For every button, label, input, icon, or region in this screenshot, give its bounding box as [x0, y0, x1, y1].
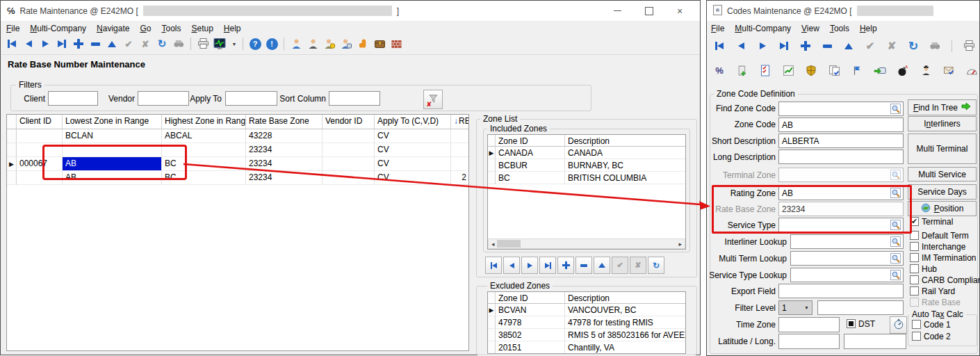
last-record-icon[interactable] [55, 37, 69, 51]
find-zone-code-input[interactable] [778, 102, 904, 116]
copy-check-icon[interactable] [827, 63, 841, 77]
vendor-icon[interactable] [306, 37, 320, 51]
delete-record-icon[interactable] [88, 37, 102, 51]
short-description-input[interactable]: ALBERTA [778, 134, 904, 148]
col-zone-id[interactable]: Zone ID [496, 292, 565, 304]
long-description-input[interactable] [778, 149, 904, 164]
maximize-icon[interactable] [645, 7, 653, 15]
right-titlebar[interactable]: Codes Maintenance @ E242MO [ [707, 1, 979, 21]
list-item[interactable]: 38502 RMIS 5 of 385023166 for AVEEXP [488, 329, 685, 341]
menu-navigate[interactable]: Navigate [97, 24, 129, 33]
position-button[interactable]: Position [908, 201, 977, 216]
time-zone-input[interactable] [778, 317, 840, 332]
next-record-icon[interactable] [38, 37, 52, 51]
flag-icon[interactable] [850, 63, 864, 77]
col-zone-id[interactable]: Zone ID [496, 135, 565, 147]
menu-file[interactable]: File [6, 24, 19, 33]
service-type-input[interactable] [778, 218, 904, 232]
find-in-tree-button[interactable]: Find In Tree [908, 99, 977, 115]
scroll-left-icon[interactable]: ◂ [491, 241, 495, 248]
last-record-icon[interactable] [777, 39, 791, 53]
service-days-button[interactable]: Service Days [908, 184, 977, 200]
customer-icon[interactable] [289, 37, 303, 51]
service-type-lookup-lookup-icon[interactable] [890, 270, 901, 280]
col-client-id[interactable]: Client ID [17, 115, 63, 129]
print-icon[interactable] [962, 39, 976, 53]
col-vendor-id[interactable]: Vendor ID [322, 115, 375, 129]
col-rbn[interactable]: ↓RBN [451, 115, 469, 129]
list-item[interactable]: 20151 Chantilly, VA [488, 341, 685, 354]
cancel-edit-icon[interactable]: ✘ [630, 257, 646, 274]
edit-record-icon[interactable] [594, 257, 610, 274]
latitude-input[interactable] [778, 334, 840, 349]
apply-to-filter-input[interactable] [225, 91, 277, 106]
service-type-lookup-input[interactable] [790, 268, 904, 282]
list-item[interactable]: CANADA CANADA [488, 147, 685, 159]
col-description[interactable]: Description [565, 135, 685, 147]
delete-record-icon[interactable] [575, 257, 592, 274]
menu-go[interactable]: Go [140, 24, 151, 33]
cancel-edit-icon[interactable]: ✘ [138, 37, 152, 51]
insert-record-icon[interactable] [72, 37, 85, 51]
menu-tools[interactable]: Tools [830, 24, 849, 33]
refresh-icon[interactable]: ↻ [906, 39, 920, 53]
refresh-icon[interactable]: ↻ [648, 257, 664, 274]
edit-record-icon[interactable] [105, 37, 119, 51]
rating-zone-input[interactable]: AB [778, 186, 904, 200]
chart-icon[interactable] [781, 63, 795, 77]
menu-setup[interactable]: Setup [191, 24, 213, 33]
im-termination-checkbox[interactable] [910, 253, 919, 262]
post-edit-icon[interactable]: ✔ [122, 37, 136, 51]
menu-tools[interactable]: Tools [161, 24, 181, 33]
add-item-icon[interactable] [735, 63, 749, 77]
carb-compliant-checkbox[interactable] [910, 275, 919, 284]
mail-check-icon[interactable] [942, 63, 956, 77]
menu-multi-company[interactable]: Multi-Company [30, 24, 86, 33]
chest-icon[interactable] [373, 37, 386, 51]
filter-level-extra-input[interactable] [817, 300, 904, 315]
menu-help[interactable]: Help [224, 24, 241, 33]
dst-checkbox[interactable] [847, 319, 856, 328]
time-zone-clock-button[interactable] [890, 316, 907, 334]
hand-icon[interactable] [356, 37, 370, 51]
post-edit-icon[interactable]: ✔ [612, 257, 628, 274]
service-type-lookup-icon[interactable] [890, 220, 901, 230]
hub-checkbox[interactable] [910, 264, 919, 273]
col-apply-to[interactable]: Apply To (C,V,D) [375, 115, 451, 129]
payables-icon[interactable] [322, 37, 336, 51]
included-zones-hscrollbar[interactable]: ◂ ▸ [488, 238, 685, 249]
billing-icon[interactable] [339, 37, 353, 51]
list-item[interactable]: 47978 47978 for testing RMIS [488, 316, 685, 329]
insert-record-icon[interactable] [799, 39, 812, 53]
table-row-selected[interactable]: 000067 AB BC 23234 CV [7, 157, 469, 171]
default-term-checkbox[interactable] [910, 231, 919, 240]
multi-term-lookup-lookup-icon[interactable] [890, 253, 901, 264]
code-1-checkbox[interactable] [912, 320, 921, 329]
gauge-icon[interactable] [965, 63, 979, 77]
filter-level-select[interactable]: 1▼ [778, 300, 812, 315]
scroll-thumb[interactable] [497, 240, 521, 248]
refresh-icon[interactable]: ↻ [155, 37, 169, 51]
firewall-icon[interactable] [389, 37, 403, 51]
table-row[interactable]: AB BC 23234 CV 2 [7, 171, 469, 185]
interchange-checkbox[interactable] [910, 242, 919, 251]
next-record-icon[interactable] [521, 257, 538, 274]
delete-record-icon[interactable] [820, 39, 834, 53]
edit-record-icon[interactable] [842, 39, 856, 53]
insert-record-icon[interactable] [557, 257, 574, 274]
search-icon[interactable] [928, 39, 942, 53]
next-record-icon[interactable] [756, 39, 769, 53]
list-item[interactable]: BCBUR BURNABY, BC [488, 159, 685, 172]
export-field-input[interactable] [778, 284, 904, 298]
first-record-icon[interactable] [5, 37, 19, 51]
longitude-input[interactable] [844, 334, 906, 349]
col-lowest-zone[interactable]: Lowest Zone in Range [63, 115, 162, 129]
interliner-lookup-input[interactable] [790, 234, 904, 249]
rates-percent-icon[interactable]: % [712, 63, 726, 77]
code-2-checkbox[interactable] [912, 332, 921, 341]
menu-view[interactable]: View [801, 24, 819, 33]
left-titlebar[interactable]: ℅ Rate Maintenance @ E242MO [ ] [1, 1, 700, 21]
agent-icon[interactable] [919, 63, 933, 77]
interliners-button[interactable]: Interliners [908, 116, 977, 131]
search-icon[interactable] [172, 37, 186, 51]
